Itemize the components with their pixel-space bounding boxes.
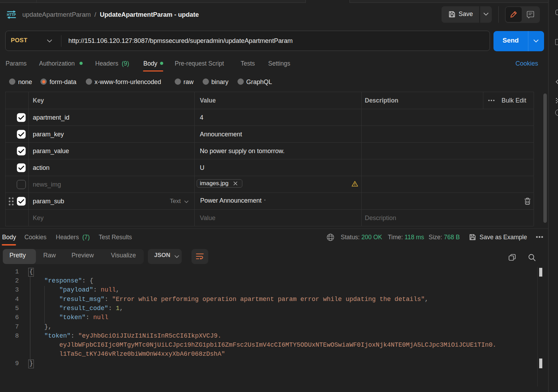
svg-text:HTTP: HTTP (7, 13, 16, 17)
